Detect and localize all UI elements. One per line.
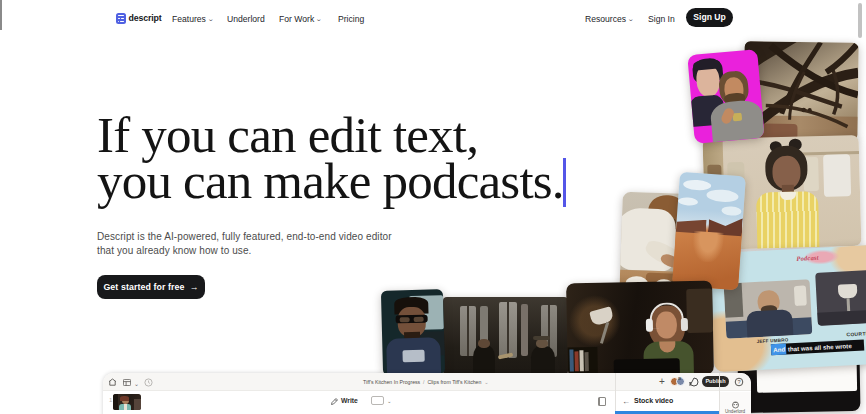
- svg-text:?: ?: [737, 379, 740, 385]
